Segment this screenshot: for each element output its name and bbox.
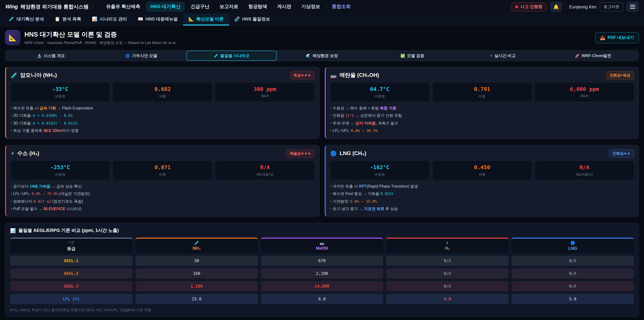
nav-divider [326, 4, 326, 10]
table-cell: N/A [386, 281, 509, 291]
plain-text: 까지 영향 [62, 129, 78, 133]
nav-item-4[interactable]: 항공탐색 [244, 2, 272, 12]
bullet-line: 해수면 유출 시 급속 기화 → Flash Evaporation [11, 104, 314, 112]
logo-divider [93, 4, 93, 10]
bullet-line: 해수면 Pool 형성 → 기화율 0.025t [330, 190, 634, 197]
section-tab-1[interactable]: 🌀가우시안 모델 [96, 51, 186, 61]
card-header: 🧫메탄올 (CH₃OH)인화성+독성 [330, 71, 634, 80]
incident-status-badge: 사고 진행중 [511, 2, 547, 11]
plain-text: 초기 냉각 증기 → [332, 207, 364, 211]
table-cell: N/A [512, 269, 634, 279]
highlight-text: 감지 어려움 [355, 121, 376, 125]
bar-chart-icon: 📊 [10, 228, 16, 233]
stat-label: IDLH(질식) [218, 172, 312, 177]
highlight-text: 11°C [345, 114, 354, 118]
section-tab-0[interactable]: 🔬시스템 개요 [6, 51, 96, 61]
table-row: AEGL-130670N/AN/A [10, 256, 634, 266]
bullet-line: 수용성 → 해수 용해 + 증발 복합 거동 [330, 104, 634, 112]
stat-label: 비중 [434, 94, 530, 99]
nav-item-3[interactable]: 보고자료 [215, 2, 243, 12]
substance-title: LNG (CH₄) [340, 150, 366, 156]
triangle-ruler-icon: 📐 [8, 34, 17, 42]
table-cell: N/A [512, 281, 634, 291]
section-tab-4[interactable]: ✅모델 검증 [367, 51, 458, 61]
stat-label: IDLH [537, 94, 632, 98]
bullet-list: 극저온 유출 시 RPT(Rapid Phase Transition) 발생해… [330, 182, 634, 212]
table-cell: 1,100 [136, 281, 258, 291]
nav-item-2[interactable]: 긴급구난 [186, 2, 214, 12]
sub-tab-bar: 🧪대기확산 분석📋분석 목록📊시나리오 관리📖HNS 대응매뉴얼📐확산모델 이론… [0, 14, 644, 26]
sub-tab-0[interactable]: 🧪대기확산 분석 [3, 14, 49, 26]
logo-mark: Wing [5, 4, 18, 10]
user-divider [566, 4, 566, 10]
column-label: MeOH [316, 246, 328, 251]
section-tab-icon: 🌀 [125, 54, 130, 58]
bullet-line: LFL~UFL: 6.0% ~ 36.5% [330, 127, 634, 135]
column-label: 등급 [67, 246, 76, 252]
sub-tab-2[interactable]: 📊시나리오 관리 [86, 14, 132, 26]
stat-value: 0.791 [434, 86, 530, 92]
sub-tab-label: 분석 목록 [62, 16, 81, 22]
bullet-line: LFL~UFL: 4.0% ~ 75.0% (극넓은 가연범위) [11, 190, 314, 197]
table-cell: 6.0 [261, 294, 383, 304]
table-title-text: 물질별 AEGL/ERPG 기준 비교 (ppm, 1시간 노출) [18, 228, 119, 234]
section-tab-3[interactable]: 🌊해양환경 보정 [277, 51, 367, 61]
stat-box: 6,000 ppmIDLH [535, 83, 634, 101]
plain-text: 무색·무취 → [332, 121, 355, 125]
plain-text: 독성 구름 풍하측 [13, 129, 43, 133]
app-logo: Wing 해양환경 위기대응 통합시스템 [5, 4, 89, 10]
sub-tab-icon: 🧪 [9, 17, 14, 22]
section-tab-label: 시스템 개요 [44, 53, 65, 59]
stat-label: 비중 [434, 172, 530, 177]
sub-tab-1[interactable]: 📋분석 목록 [49, 14, 86, 26]
bullet-line: 2D 기화율: ṁ = 0.0168t - 0.01 [11, 112, 314, 120]
incident-label: 사고 진행중 [520, 4, 542, 10]
stat-value: 300 ppm [218, 86, 312, 92]
nav-item-7[interactable]: 통합조회 [328, 2, 355, 12]
nav-item-1[interactable]: HNS·대기확산 [146, 2, 185, 12]
stat-row: 64.7°C비등점0.791비중6,000 ppmIDLH [330, 83, 634, 101]
bullet-line: 3D 기화율: ṁ = 0.0182t - 0.0112 [11, 120, 314, 127]
section-tab-label: WRF-Chem발전 [582, 53, 611, 59]
nav-item-5[interactable]: 게시판 [273, 2, 296, 12]
bullet-line: Puff 모델 필수 → BLEVE/VCE 시나리오 [11, 205, 314, 213]
logout-button[interactable]: 로그아웃 [600, 2, 623, 11]
sub-tab-label: 대기확산 분석 [16, 16, 44, 22]
stat-box: 0.791비중 [432, 83, 532, 101]
section-tab-icon: 🌊 [306, 54, 310, 58]
stat-value: 6,000 ppm [537, 86, 632, 92]
section-tab-2[interactable]: 🧪물질별 시나리오 [186, 51, 277, 61]
section-tab-icon: ⚡ [490, 54, 492, 58]
table-cell: 30 [136, 256, 258, 266]
menu-button[interactable] [626, 2, 639, 12]
table-header-cell: 🔵LNG [512, 238, 634, 253]
highlight-text: 지표면 체류 [364, 207, 384, 211]
topbar-right: 사고 진행중 🔔 Eunjeong Kim 로그아웃 [511, 2, 639, 12]
highlight-text: 4.0% ~ 75.0% [32, 192, 58, 196]
plain-text: 후 상승 [384, 207, 398, 211]
stat-box: 0.450비중 [432, 161, 532, 179]
nav-item-0[interactable]: 유출유 확산예측 [102, 2, 145, 12]
table-cell: 5.0 [512, 294, 634, 304]
stat-box: 0.682비중 [113, 83, 212, 101]
highlight-text: ṁ = 0.0168t - 0.01 [33, 114, 73, 118]
bullet-list: 공기보다 14배 가벼움 → 급속 상승 확산LFL~UFL: 4.0% ~ 7… [11, 182, 314, 212]
substance-icon: 🧪 [11, 72, 18, 79]
substance-card: 🧪암모니아 (NH₃)독성★★★-33°C비등점0.682비중300 ppmID… [5, 67, 320, 139]
section-tab-5[interactable]: ⚡실시간 비교 [458, 51, 548, 61]
notification-button[interactable]: 🔔 [550, 2, 562, 12]
sub-tab-4[interactable]: 📐확산모델 이론 [183, 14, 229, 26]
sub-tab-3[interactable]: 📖HNS 대응매뉴얼 [132, 14, 183, 26]
section-tab-6[interactable]: 🚀WRF-Chem발전 [548, 51, 638, 61]
stat-value: N/A [218, 164, 312, 170]
plain-text: → Flash Evaporation [56, 106, 93, 110]
hamburger-icon [630, 5, 635, 9]
sub-tab-5[interactable]: 🧬HNS 물질정보 [229, 14, 276, 26]
pdf-export-button[interactable]: 📥 PDF 내보내기 [595, 32, 639, 43]
bullet-list: 수용성 → 해수 용해 + 증발 복합 거동인화점 11°C → 상온에서 증기… [330, 104, 634, 134]
highlight-text: BLEVE/VCE [44, 207, 66, 211]
plain-text: 인화점 [332, 114, 345, 118]
table-cell: 14,000 [261, 281, 383, 291]
nav-item-6[interactable]: 기상정보 [297, 2, 324, 12]
sub-tab-icon: 📐 [188, 17, 194, 22]
